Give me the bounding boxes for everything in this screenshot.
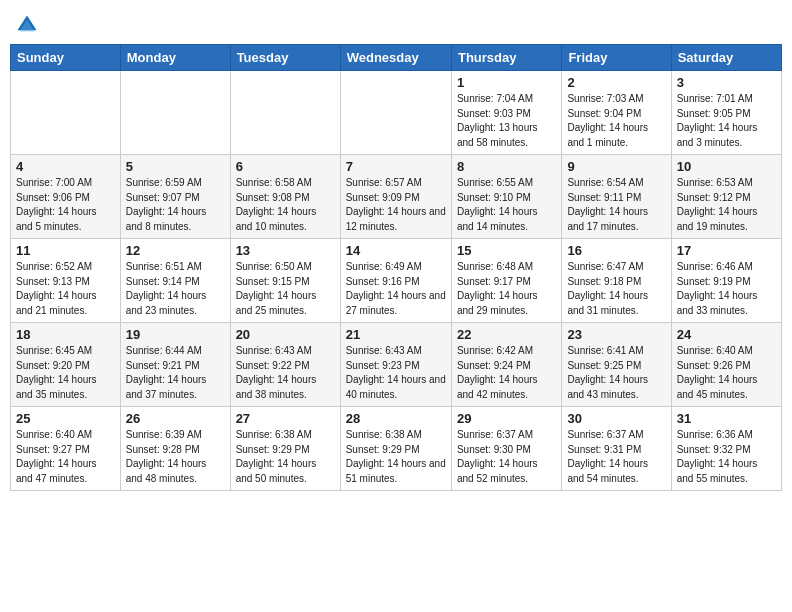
calendar-cell: 3Sunrise: 7:01 AM Sunset: 9:05 PM Daylig… bbox=[671, 71, 781, 155]
calendar-cell: 20Sunrise: 6:43 AM Sunset: 9:22 PM Dayli… bbox=[230, 323, 340, 407]
calendar-cell: 21Sunrise: 6:43 AM Sunset: 9:23 PM Dayli… bbox=[340, 323, 451, 407]
calendar-cell: 26Sunrise: 6:39 AM Sunset: 9:28 PM Dayli… bbox=[120, 407, 230, 491]
calendar-cell: 14Sunrise: 6:49 AM Sunset: 9:16 PM Dayli… bbox=[340, 239, 451, 323]
cell-content: Sunrise: 6:54 AM Sunset: 9:11 PM Dayligh… bbox=[567, 176, 665, 234]
day-number: 28 bbox=[346, 411, 446, 426]
day-number: 23 bbox=[567, 327, 665, 342]
calendar-cell: 25Sunrise: 6:40 AM Sunset: 9:27 PM Dayli… bbox=[11, 407, 121, 491]
cell-content: Sunrise: 6:55 AM Sunset: 9:10 PM Dayligh… bbox=[457, 176, 556, 234]
day-number: 16 bbox=[567, 243, 665, 258]
cell-content: Sunrise: 6:50 AM Sunset: 9:15 PM Dayligh… bbox=[236, 260, 335, 318]
day-number: 8 bbox=[457, 159, 556, 174]
day-of-week-header: Friday bbox=[562, 45, 671, 71]
day-of-week-header: Tuesday bbox=[230, 45, 340, 71]
calendar-cell: 6Sunrise: 6:58 AM Sunset: 9:08 PM Daylig… bbox=[230, 155, 340, 239]
cell-content: Sunrise: 6:43 AM Sunset: 9:23 PM Dayligh… bbox=[346, 344, 446, 402]
cell-content: Sunrise: 6:58 AM Sunset: 9:08 PM Dayligh… bbox=[236, 176, 335, 234]
day-number: 22 bbox=[457, 327, 556, 342]
calendar-cell: 27Sunrise: 6:38 AM Sunset: 9:29 PM Dayli… bbox=[230, 407, 340, 491]
day-number: 20 bbox=[236, 327, 335, 342]
calendar-table: SundayMondayTuesdayWednesdayThursdayFrid… bbox=[10, 44, 782, 491]
calendar-cell: 5Sunrise: 6:59 AM Sunset: 9:07 PM Daylig… bbox=[120, 155, 230, 239]
day-number: 18 bbox=[16, 327, 115, 342]
day-number: 3 bbox=[677, 75, 776, 90]
calendar-cell: 8Sunrise: 6:55 AM Sunset: 9:10 PM Daylig… bbox=[451, 155, 561, 239]
calendar-cell: 12Sunrise: 6:51 AM Sunset: 9:14 PM Dayli… bbox=[120, 239, 230, 323]
cell-content: Sunrise: 6:37 AM Sunset: 9:31 PM Dayligh… bbox=[567, 428, 665, 486]
calendar-cell: 22Sunrise: 6:42 AM Sunset: 9:24 PM Dayli… bbox=[451, 323, 561, 407]
cell-content: Sunrise: 7:04 AM Sunset: 9:03 PM Dayligh… bbox=[457, 92, 556, 150]
page-header bbox=[10, 10, 782, 36]
cell-content: Sunrise: 6:43 AM Sunset: 9:22 PM Dayligh… bbox=[236, 344, 335, 402]
calendar-cell: 15Sunrise: 6:48 AM Sunset: 9:17 PM Dayli… bbox=[451, 239, 561, 323]
cell-content: Sunrise: 7:00 AM Sunset: 9:06 PM Dayligh… bbox=[16, 176, 115, 234]
cell-content: Sunrise: 6:53 AM Sunset: 9:12 PM Dayligh… bbox=[677, 176, 776, 234]
day-number: 25 bbox=[16, 411, 115, 426]
cell-content: Sunrise: 6:57 AM Sunset: 9:09 PM Dayligh… bbox=[346, 176, 446, 234]
logo-icon bbox=[16, 14, 38, 36]
day-of-week-header: Sunday bbox=[11, 45, 121, 71]
cell-content: Sunrise: 6:36 AM Sunset: 9:32 PM Dayligh… bbox=[677, 428, 776, 486]
cell-content: Sunrise: 6:40 AM Sunset: 9:27 PM Dayligh… bbox=[16, 428, 115, 486]
day-number: 27 bbox=[236, 411, 335, 426]
calendar-cell: 17Sunrise: 6:46 AM Sunset: 9:19 PM Dayli… bbox=[671, 239, 781, 323]
calendar-cell: 9Sunrise: 6:54 AM Sunset: 9:11 PM Daylig… bbox=[562, 155, 671, 239]
cell-content: Sunrise: 6:59 AM Sunset: 9:07 PM Dayligh… bbox=[126, 176, 225, 234]
calendar-cell: 29Sunrise: 6:37 AM Sunset: 9:30 PM Dayli… bbox=[451, 407, 561, 491]
logo bbox=[14, 14, 40, 36]
day-number: 17 bbox=[677, 243, 776, 258]
cell-content: Sunrise: 6:38 AM Sunset: 9:29 PM Dayligh… bbox=[236, 428, 335, 486]
calendar-cell bbox=[120, 71, 230, 155]
cell-content: Sunrise: 6:46 AM Sunset: 9:19 PM Dayligh… bbox=[677, 260, 776, 318]
day-number: 11 bbox=[16, 243, 115, 258]
calendar-cell: 30Sunrise: 6:37 AM Sunset: 9:31 PM Dayli… bbox=[562, 407, 671, 491]
day-number: 29 bbox=[457, 411, 556, 426]
calendar-cell: 2Sunrise: 7:03 AM Sunset: 9:04 PM Daylig… bbox=[562, 71, 671, 155]
cell-content: Sunrise: 6:38 AM Sunset: 9:29 PM Dayligh… bbox=[346, 428, 446, 486]
calendar-cell bbox=[230, 71, 340, 155]
day-number: 24 bbox=[677, 327, 776, 342]
cell-content: Sunrise: 6:49 AM Sunset: 9:16 PM Dayligh… bbox=[346, 260, 446, 318]
day-number: 10 bbox=[677, 159, 776, 174]
calendar-cell bbox=[340, 71, 451, 155]
day-number: 7 bbox=[346, 159, 446, 174]
day-number: 19 bbox=[126, 327, 225, 342]
cell-content: Sunrise: 6:51 AM Sunset: 9:14 PM Dayligh… bbox=[126, 260, 225, 318]
day-number: 12 bbox=[126, 243, 225, 258]
cell-content: Sunrise: 6:44 AM Sunset: 9:21 PM Dayligh… bbox=[126, 344, 225, 402]
day-number: 30 bbox=[567, 411, 665, 426]
calendar-cell: 23Sunrise: 6:41 AM Sunset: 9:25 PM Dayli… bbox=[562, 323, 671, 407]
cell-content: Sunrise: 6:39 AM Sunset: 9:28 PM Dayligh… bbox=[126, 428, 225, 486]
day-of-week-header: Saturday bbox=[671, 45, 781, 71]
day-number: 13 bbox=[236, 243, 335, 258]
calendar-cell: 13Sunrise: 6:50 AM Sunset: 9:15 PM Dayli… bbox=[230, 239, 340, 323]
cell-content: Sunrise: 6:48 AM Sunset: 9:17 PM Dayligh… bbox=[457, 260, 556, 318]
calendar-cell: 11Sunrise: 6:52 AM Sunset: 9:13 PM Dayli… bbox=[11, 239, 121, 323]
day-number: 31 bbox=[677, 411, 776, 426]
cell-content: Sunrise: 6:52 AM Sunset: 9:13 PM Dayligh… bbox=[16, 260, 115, 318]
calendar-cell: 18Sunrise: 6:45 AM Sunset: 9:20 PM Dayli… bbox=[11, 323, 121, 407]
calendar-cell bbox=[11, 71, 121, 155]
calendar-cell: 7Sunrise: 6:57 AM Sunset: 9:09 PM Daylig… bbox=[340, 155, 451, 239]
day-number: 21 bbox=[346, 327, 446, 342]
day-number: 9 bbox=[567, 159, 665, 174]
calendar-cell: 24Sunrise: 6:40 AM Sunset: 9:26 PM Dayli… bbox=[671, 323, 781, 407]
cell-content: Sunrise: 6:37 AM Sunset: 9:30 PM Dayligh… bbox=[457, 428, 556, 486]
day-number: 2 bbox=[567, 75, 665, 90]
day-number: 15 bbox=[457, 243, 556, 258]
day-number: 14 bbox=[346, 243, 446, 258]
cell-content: Sunrise: 6:40 AM Sunset: 9:26 PM Dayligh… bbox=[677, 344, 776, 402]
day-of-week-header: Wednesday bbox=[340, 45, 451, 71]
cell-content: Sunrise: 6:41 AM Sunset: 9:25 PM Dayligh… bbox=[567, 344, 665, 402]
cell-content: Sunrise: 6:42 AM Sunset: 9:24 PM Dayligh… bbox=[457, 344, 556, 402]
cell-content: Sunrise: 7:01 AM Sunset: 9:05 PM Dayligh… bbox=[677, 92, 776, 150]
calendar-cell: 16Sunrise: 6:47 AM Sunset: 9:18 PM Dayli… bbox=[562, 239, 671, 323]
calendar-cell: 10Sunrise: 6:53 AM Sunset: 9:12 PM Dayli… bbox=[671, 155, 781, 239]
day-number: 6 bbox=[236, 159, 335, 174]
cell-content: Sunrise: 6:45 AM Sunset: 9:20 PM Dayligh… bbox=[16, 344, 115, 402]
calendar-cell: 31Sunrise: 6:36 AM Sunset: 9:32 PM Dayli… bbox=[671, 407, 781, 491]
cell-content: Sunrise: 7:03 AM Sunset: 9:04 PM Dayligh… bbox=[567, 92, 665, 150]
cell-content: Sunrise: 6:47 AM Sunset: 9:18 PM Dayligh… bbox=[567, 260, 665, 318]
calendar-cell: 4Sunrise: 7:00 AM Sunset: 9:06 PM Daylig… bbox=[11, 155, 121, 239]
day-number: 5 bbox=[126, 159, 225, 174]
